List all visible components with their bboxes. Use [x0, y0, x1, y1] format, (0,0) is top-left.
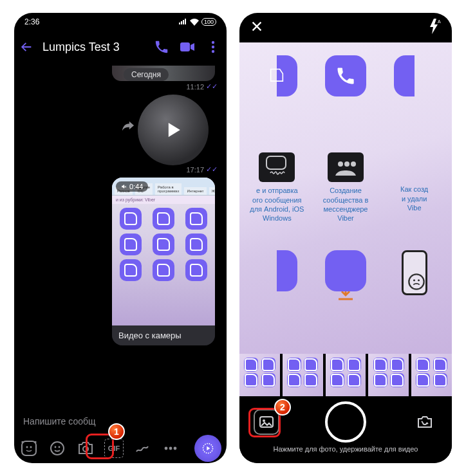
- video-attachment-bubble[interactable]: 0:44 РазноеДругие ОСРабота в программахИ…: [112, 178, 215, 345]
- shutter-button[interactable]: [325, 401, 366, 443]
- attachment-toolbar: GIF: [14, 434, 227, 463]
- status-indicators: 100: [178, 18, 216, 26]
- svg-point-20: [409, 274, 424, 289]
- message-timestamp: 17:17 ✓✓: [22, 165, 218, 174]
- play-icon: [169, 123, 180, 137]
- viewfinder-caption: Создание сообщества вмессенджере Viber: [315, 186, 377, 223]
- svg-rect-4: [22, 441, 36, 455]
- svg-point-21: [413, 279, 415, 281]
- gallery-thumbnail[interactable]: [326, 354, 366, 396]
- svg-point-9: [59, 446, 61, 448]
- viber-icon: [153, 233, 174, 255]
- viewfinder-content: е и отправкаого сообщениядля Android, iO…: [239, 42, 452, 354]
- more-vertical-icon: [211, 41, 215, 53]
- read-receipt-icon: ✓✓: [206, 82, 218, 91]
- emoji-button[interactable]: [48, 439, 67, 458]
- close-camera-button[interactable]: [250, 19, 264, 36]
- svg-point-3: [212, 50, 214, 53]
- flash-toggle-button[interactable]: A: [429, 19, 442, 37]
- send-button[interactable]: [194, 435, 221, 462]
- viewfinder-caption: е и отправкаого сообщениядля Android, iO…: [248, 186, 305, 223]
- message-input[interactable]: Напишите сообщ: [14, 409, 227, 434]
- svg-point-19: [351, 161, 356, 167]
- gallery-thumbnail[interactable]: [283, 354, 323, 396]
- viber-icon: [256, 55, 297, 96]
- flash-auto-icon: A: [429, 19, 442, 34]
- sticker-face-icon: [21, 440, 37, 457]
- viber-icon: [185, 233, 207, 255]
- forward-button[interactable]: [121, 119, 135, 133]
- chat-messages[interactable]: Сегодня 11:12 ✓✓ 17:17 ✓✓ 0:44: [14, 63, 227, 399]
- audio-message-overlay-icon: [259, 152, 295, 182]
- status-time: 2:36: [24, 17, 39, 26]
- viewfinder-caption: Как созди удалиVibe: [399, 185, 429, 212]
- video-thumbnail: 0:44 РазноеДругие ОСРабота в программахИ…: [112, 178, 215, 325]
- camera-button[interactable]: [76, 439, 95, 458]
- camera-hint-text: Нажмите для фото, удерживайте для видео: [274, 445, 418, 453]
- battery-indicator: 100: [201, 18, 216, 26]
- viber-icon: [185, 208, 207, 230]
- message-timestamp: 11:12 ✓✓: [22, 82, 218, 91]
- switch-camera-button[interactable]: [412, 409, 438, 435]
- forward-arrow-icon: [121, 119, 135, 132]
- wifi-icon: [190, 19, 199, 26]
- gallery-icon: [259, 416, 274, 428]
- svg-rect-0: [180, 42, 190, 51]
- chat-title[interactable]: Lumpics Test 3: [42, 41, 144, 54]
- gif-button[interactable]: GIF: [104, 439, 124, 458]
- gallery-thumbnail[interactable]: [239, 354, 280, 396]
- video-message-bubble[interactable]: [138, 95, 209, 165]
- svg-point-2: [212, 46, 214, 48]
- svg-point-11: [165, 447, 168, 450]
- voice-call-button[interactable]: [153, 40, 170, 54]
- viber-icon: [153, 259, 174, 281]
- date-separator: Сегодня: [124, 68, 169, 81]
- svg-point-8: [55, 446, 57, 448]
- sticker-button[interactable]: [19, 439, 39, 458]
- svg-point-22: [418, 279, 420, 281]
- play-circle-icon: [201, 442, 214, 455]
- status-bar: 2:36 100: [14, 13, 227, 31]
- close-icon: [250, 19, 264, 33]
- viber-icon: [325, 55, 366, 96]
- more-horizontal-icon: [163, 446, 178, 451]
- svg-point-6: [30, 446, 32, 448]
- community-overlay-icon: [328, 152, 364, 182]
- mute-icon: [121, 183, 127, 190]
- camera-viewfinder[interactable]: е и отправкаого сообщениядля Android, iO…: [239, 42, 452, 354]
- svg-point-7: [51, 442, 64, 455]
- video-call-button[interactable]: [179, 41, 196, 53]
- svg-point-10: [83, 446, 88, 452]
- svg-rect-16: [266, 156, 286, 169]
- read-receipt-icon: ✓✓: [206, 165, 218, 174]
- open-gallery-button[interactable]: [254, 409, 279, 435]
- viber-icon: [185, 259, 207, 281]
- forward-button[interactable]: [108, 397, 122, 399]
- chat-header: Lumpics Test 3: [14, 31, 227, 63]
- viber-icon: [120, 208, 142, 230]
- video-duration-badge: 0:44: [116, 181, 148, 192]
- viber-icon: [153, 208, 174, 230]
- svg-point-12: [169, 447, 172, 450]
- scribble-icon: [135, 441, 150, 456]
- more-attachments-button[interactable]: [161, 439, 180, 458]
- back-button[interactable]: [19, 40, 33, 54]
- more-menu-button[interactable]: [205, 41, 221, 53]
- svg-text:A: A: [438, 19, 441, 24]
- viber-icon: [256, 250, 297, 291]
- viber-icon: [120, 233, 142, 255]
- svg-point-17: [338, 161, 343, 167]
- svg-point-13: [174, 447, 177, 450]
- video-caption: Видео с камеры: [112, 325, 215, 345]
- svg-point-5: [26, 446, 28, 448]
- recent-photos-strip[interactable]: [239, 354, 452, 396]
- gallery-thumbnail[interactable]: [411, 354, 452, 396]
- input-placeholder: Напишите сообщ: [23, 416, 96, 426]
- gallery-thumbnail[interactable]: [368, 354, 409, 396]
- doodle-button[interactable]: [133, 439, 152, 458]
- svg-point-1: [212, 41, 214, 44]
- video-camera-icon: [180, 41, 195, 53]
- phone-camera-screen: A е и отправкаого сообщениядля Android, …: [239, 13, 452, 463]
- switch-camera-icon: [416, 414, 434, 430]
- camera-header: A: [239, 13, 452, 42]
